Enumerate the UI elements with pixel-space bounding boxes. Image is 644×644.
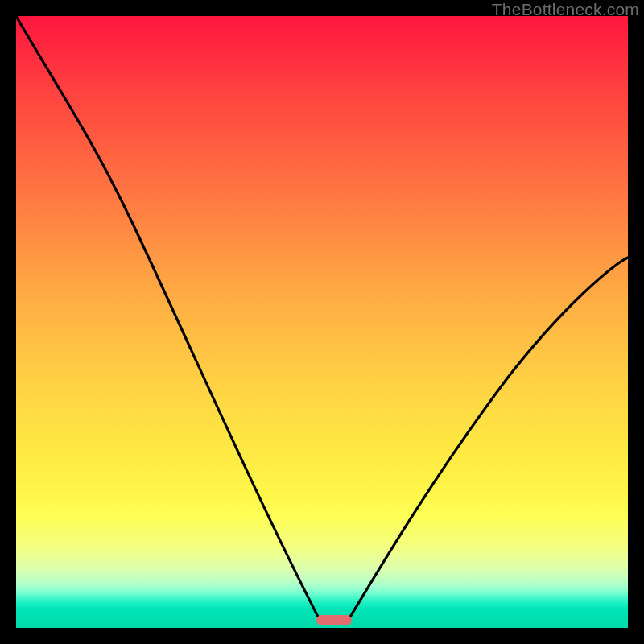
left-curve xyxy=(16,16,319,618)
plot-area xyxy=(16,16,628,628)
right-curve xyxy=(349,258,628,618)
curve-layer xyxy=(16,16,628,628)
watermark-text: TheBottleneck.com xyxy=(492,0,639,19)
minimum-marker xyxy=(316,615,352,625)
chart-stage: TheBottleneck.com xyxy=(0,0,644,644)
